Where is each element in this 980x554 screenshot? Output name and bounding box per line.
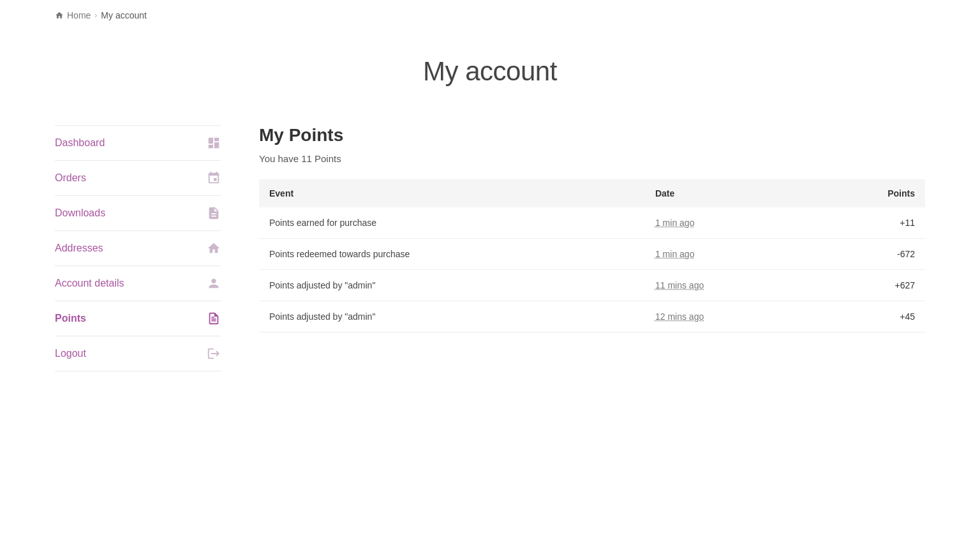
sidebar-item-points-label: Points: [55, 313, 86, 324]
orders-icon: [207, 171, 221, 185]
table-row: Points adjusted by "admin"11 mins ago+62…: [259, 270, 925, 301]
sidebar-item-downloads[interactable]: Downloads: [55, 196, 221, 231]
cell-date: 11 mins ago: [645, 270, 811, 301]
table-row: Points adjusted by "admin"12 mins ago+45: [259, 301, 925, 333]
breadcrumb-current: My account: [101, 10, 147, 20]
cell-date: 12 mins ago: [645, 301, 811, 333]
account-details-icon: [207, 276, 221, 290]
sidebar-item-account-details[interactable]: Account details: [55, 266, 221, 301]
sidebar-item-account-details-label: Account details: [55, 278, 124, 289]
downloads-icon: [207, 206, 221, 220]
cell-points: +11: [811, 207, 925, 239]
cell-date: 1 min ago: [645, 239, 811, 270]
sidebar: Dashboard Orders Downloads: [55, 125, 221, 371]
cell-date: 1 min ago: [645, 207, 811, 239]
sidebar-item-downloads-label: Downloads: [55, 207, 105, 219]
breadcrumb: Home › My account: [0, 0, 980, 31]
col-header-points: Points: [811, 179, 925, 207]
dashboard-icon: [207, 136, 221, 150]
sidebar-item-dashboard[interactable]: Dashboard: [55, 125, 221, 161]
content-area: My Points You have 11 Points Event Date …: [259, 125, 925, 371]
sidebar-item-orders[interactable]: Orders: [55, 161, 221, 196]
page-title: My account: [0, 56, 980, 87]
page-title-section: My account: [0, 31, 980, 125]
home-icon: [55, 11, 64, 20]
sidebar-item-orders-label: Orders: [55, 172, 86, 184]
table-row: Points redeemed towards purchase1 min ag…: [259, 239, 925, 270]
col-header-event: Event: [259, 179, 645, 207]
cell-event: Points adjusted by "admin": [259, 270, 645, 301]
cell-points: +45: [811, 301, 925, 333]
points-table: Event Date Points Points earned for purc…: [259, 179, 925, 333]
logout-icon: [207, 347, 221, 361]
sidebar-item-logout[interactable]: Logout: [55, 336, 221, 371]
section-title: My Points: [259, 125, 925, 146]
sidebar-item-logout-label: Logout: [55, 348, 86, 359]
table-row: Points earned for purchase1 min ago+11: [259, 207, 925, 239]
points-summary: You have 11 Points: [259, 153, 925, 164]
cell-event: Points redeemed towards purchase: [259, 239, 645, 270]
cell-event: Points adjusted by "admin": [259, 301, 645, 333]
points-icon: [207, 311, 221, 326]
sidebar-item-addresses-label: Addresses: [55, 243, 103, 254]
sidebar-item-dashboard-label: Dashboard: [55, 137, 105, 149]
sidebar-item-points[interactable]: Points: [55, 301, 221, 336]
sidebar-item-addresses[interactable]: Addresses: [55, 231, 221, 266]
breadcrumb-separator: ›: [94, 11, 97, 20]
col-header-date: Date: [645, 179, 811, 207]
cell-points: +627: [811, 270, 925, 301]
breadcrumb-home-link[interactable]: Home: [55, 10, 91, 20]
main-layout: Dashboard Orders Downloads: [0, 125, 980, 371]
cell-event: Points earned for purchase: [259, 207, 645, 239]
breadcrumb-home-label: Home: [67, 10, 91, 20]
table-header-row: Event Date Points: [259, 179, 925, 207]
cell-points: -672: [811, 239, 925, 270]
addresses-icon: [207, 241, 221, 255]
